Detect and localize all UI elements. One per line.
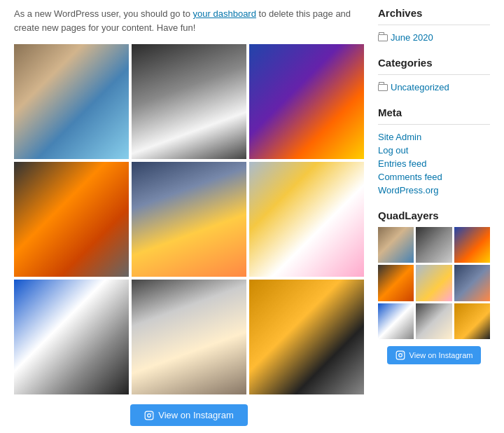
archive-item: June 2020 [378,32,490,43]
view-on-instagram-button[interactable]: View on Instagram [130,404,247,426]
folder-icon [378,34,388,41]
meta-item: Log out [378,145,490,156]
meta-item: Site Admin [378,132,490,142]
quad-thumb [416,265,451,301]
archive-link[interactable]: June 2020 [391,32,433,43]
quadlayers-grid [378,227,490,339]
svg-point-1 [148,413,151,417]
instagram-photo [249,44,364,159]
instagram-photo [249,280,364,394]
quad-thumb [378,265,414,301]
svg-rect-0 [145,411,153,420]
instagram-photo [132,162,246,277]
archives-section: Archives June 2020 [378,7,490,43]
sidebar: Archives June 2020 Categories Uncategori… [378,7,490,426]
quad-thumb [454,303,490,339]
categories-list: Uncategorized [378,82,490,92]
new-user-notice: As a new WordPress user, you should go t… [14,7,364,34]
meta-link[interactable]: Comments feed [378,172,442,182]
categories-section: Categories Uncategorized [378,57,490,92]
meta-link[interactable]: Entries feed [378,158,426,169]
quad-thumb [378,303,414,339]
folder-icon [378,84,388,91]
instagram-photo [14,162,129,277]
archives-heading: Archives [378,7,490,19]
instagram-photo [132,280,246,394]
quad-thumb [454,227,490,263]
archives-divider [378,25,490,25]
quad-thumb [416,227,451,263]
quadlayers-view-button[interactable]: View on Instagram [387,346,482,364]
main-content: As a new WordPress user, you should go t… [14,7,364,426]
svg-point-4 [398,354,402,357]
meta-section: Meta Site AdminLog outEntries feedCommen… [378,106,490,195]
svg-rect-3 [396,351,405,359]
instagram-photo [132,44,246,159]
meta-link[interactable]: Log out [378,145,408,156]
categories-divider [378,74,490,75]
svg-point-5 [402,352,402,353]
dashboard-link[interactable]: your dashboard [193,8,256,19]
meta-item: Entries feed [378,158,490,169]
categories-heading: Categories [378,57,490,69]
meta-item: WordPress.org [378,185,490,195]
quadlayers-heading: QuadLayers [378,209,490,221]
meta-item: Comments feed [378,172,490,182]
meta-link[interactable]: WordPress.org [378,185,438,195]
category-link[interactable]: Uncategorized [391,82,449,92]
meta-heading: Meta [378,106,490,118]
quad-thumb [416,303,451,339]
archives-list: June 2020 [378,32,490,43]
view-on-instagram-section: View on Instagram [14,404,364,426]
quadlayers-section: QuadLayers View on Instagram [378,209,490,364]
instagram-photo [14,280,129,394]
quad-thumb [454,265,490,301]
meta-link[interactable]: Site Admin [378,132,421,142]
meta-divider [378,124,490,125]
instagram-photo [14,44,129,159]
page-wrapper: As a new WordPress user, you should go t… [0,0,504,433]
quad-thumb [378,227,414,263]
meta-list: Site AdminLog outEntries feedComments fe… [378,132,490,195]
svg-point-2 [151,413,152,413]
instagram-photo [249,162,364,277]
category-item: Uncategorized [378,82,490,92]
instagram-grid [14,44,364,394]
